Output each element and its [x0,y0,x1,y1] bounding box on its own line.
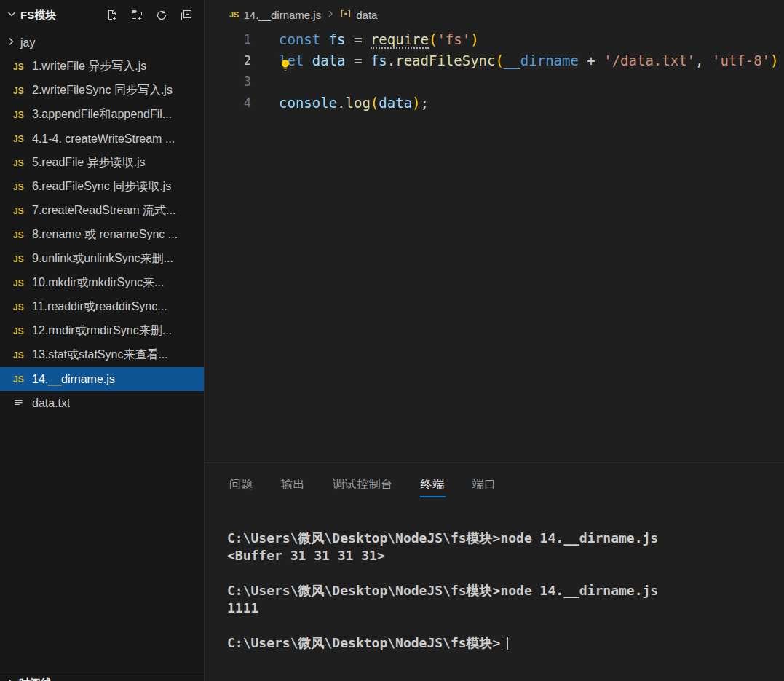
code-editor[interactable]: 1 const fs = require('fs') 2 let data = … [205,29,784,114]
chevron-right-icon [5,36,17,50]
text-file-icon [13,398,32,409]
panel-tab-active[interactable]: 终端 [420,473,446,497]
folder-label: jay [20,36,35,50]
timeline-label: 时间线 [19,677,52,681]
file-row[interactable]: JS 3.appendFile和appendFil... [0,103,204,127]
file-row[interactable]: JS 6.readFileSync 同步读取.js [0,175,204,199]
code-token: fs [329,31,346,47]
chevron-down-icon [6,8,17,23]
code-token: ) [470,31,478,47]
line-number: 2 [205,50,251,71]
file-row[interactable]: JS 5.readFile 异步读取.js [0,151,204,175]
code-token [320,31,328,47]
line-number: 4 [205,92,251,114]
code-token: ; [421,95,429,111]
file-label: data.txt [32,397,70,410]
symbol-variable-icon [340,8,352,22]
file-label: 5.readFile 异步读取.js [32,155,146,170]
js-file-icon: JS [13,62,32,72]
line-number: 1 [205,29,251,50]
terminal-output[interactable]: C:\Users\微风\Desktop\NodeJS\fs模块>node 14.… [205,530,784,652]
code-token: , [695,52,712,68]
panel-tabs: 问题输出调试控制台终端端口 [205,473,784,497]
line-text: const fs = require('fs') [279,29,479,50]
terminal-line [227,617,784,634]
file-label: 6.readFileSync 同步读取.js [32,179,171,194]
file-row[interactable]: JS 9.unlink或unlinkSync来删... [0,247,204,271]
terminal-line [227,564,784,582]
file-row[interactable]: JS 7.createReadStream 流式... [0,199,204,223]
code-token [304,52,312,68]
panel-tab[interactable]: 问题 [229,473,254,497]
js-file-icon: JS [229,10,239,19]
js-file-icon: JS [13,134,32,144]
breadcrumb-file[interactable]: 14.__dirname.js [243,9,321,21]
file-row[interactable]: JS 4.1-4. createWriteStream ... [0,127,204,151]
file-row[interactable]: JS 12.rmdir或rmdirSync来删... [0,319,204,343]
file-label: 9.unlink或unlinkSync来删... [32,251,173,267]
file-label: 14.__dirname.js [32,373,115,386]
file-row-selected[interactable]: JS 14.__dirname.js [0,367,204,391]
js-file-icon: JS [13,206,32,216]
timeline-section-header[interactable]: 时间线 [0,672,204,681]
code-token: fs [371,52,387,68]
code-token: const [279,31,320,47]
code-token: ( [371,95,379,111]
file-label: 2.writeFileSync 同步写入.js [32,83,173,98]
chevron-right-icon [5,677,15,681]
js-file-icon: JS [13,350,32,361]
code-token: . [337,95,345,111]
code-line[interactable]: 3 [205,71,784,92]
file-label: 10.mkdir或mkdirSync来... [32,275,164,291]
code-token: __dirname [504,52,579,68]
file-row[interactable]: JS 13.stat或statSync来查看... [0,343,204,367]
js-file-icon: JS [13,110,32,120]
file-row[interactable]: JS 11.readdir或readdirSync... [0,295,204,319]
terminal-line: C:\Users\微风\Desktop\NodeJS\fs模块>node 14.… [227,582,784,599]
file-row[interactable]: JS 10.mkdir或mkdirSync来... [0,271,204,295]
code-token: console [279,95,337,111]
code-token: require [371,31,429,49]
explorer-toolbar [103,7,195,25]
file-tree: jay JS 1.writeFile 异步写入.js JS 2.writeFil… [0,31,204,415]
file-row[interactable]: JS 2.writeFileSync 同步写入.js [0,79,204,103]
code-token: data [312,52,346,68]
folder-item-jay[interactable]: jay [0,31,204,55]
explorer-section-header[interactable]: FS模块 [0,0,204,31]
js-file-icon: JS [13,302,32,312]
panel-tab[interactable]: 调试控制台 [332,473,394,497]
code-token: + [579,52,603,68]
breadcrumb-symbol[interactable]: data [356,9,377,21]
code-token: log [346,95,371,111]
panel-tab[interactable]: 端口 [472,473,497,497]
code-token: ) [770,52,778,68]
chevron-right-icon [325,9,336,21]
js-file-icon: JS [13,278,32,288]
code-line[interactable]: 4 console.log(data); [205,92,784,114]
refresh-button[interactable] [152,7,170,25]
file-row[interactable]: JS 1.writeFile 异步写入.js [0,55,204,79]
js-file-icon: JS [13,230,32,240]
terminal-line: 1111 [227,599,784,617]
line-text: let data = fs.readFileSync(__dirname + '… [279,50,779,71]
code-line[interactable]: 1 const fs = require('fs') [205,29,784,50]
breadcrumb[interactable]: JS 14.__dirname.js data [205,0,784,29]
code-token: = [346,31,371,47]
collapse-all-button[interactable] [177,7,195,25]
code-token: ) [412,95,420,111]
file-label: 7.createReadStream 流式... [32,203,175,219]
panel-tab[interactable]: 输出 [280,473,306,497]
file-row[interactable]: data.txt [0,391,204,415]
js-file-icon: JS [13,86,32,96]
code-token: ( [496,52,504,68]
file-row[interactable]: JS 8.rename 或 renameSync ... [0,223,204,247]
file-label: 11.readdir或readdirSync... [32,299,167,315]
lightbulb-icon[interactable] [279,58,292,71]
new-folder-button[interactable] [127,7,146,25]
code-token: readFileSync [395,52,495,68]
new-file-button[interactable] [103,7,121,25]
js-file-icon: JS [13,182,32,192]
file-label: 4.1-4. createWriteStream ... [32,133,175,146]
file-label: 1.writeFile 异步写入.js [32,59,146,74]
file-label: 13.stat或statSync来查看... [32,347,168,363]
